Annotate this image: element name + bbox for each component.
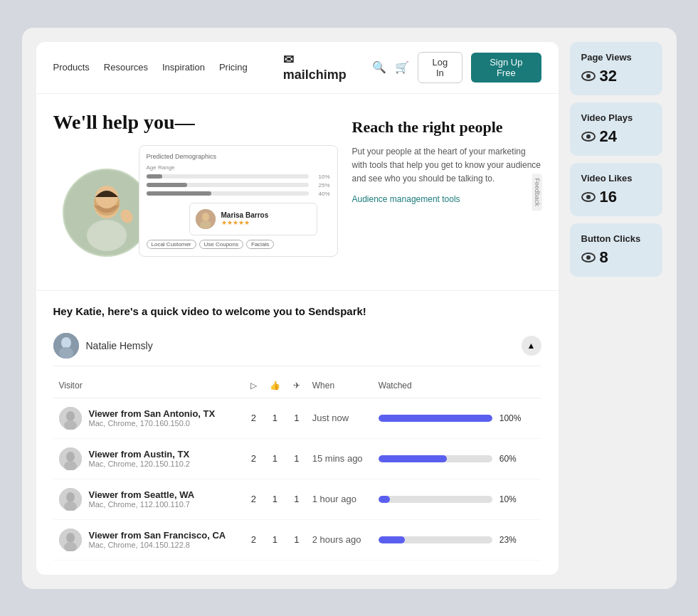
mockup-name: Marisa Barros — [221, 211, 269, 219]
visitor-name-2: Viewer from Seattle, WA — [89, 489, 195, 500]
nav-pricing[interactable]: Pricing — [219, 62, 248, 73]
stat-card-1: Video Plays 24 — [570, 102, 662, 156]
pct-text-1: 60% — [499, 454, 524, 464]
shares-cell-0: 1 — [287, 398, 307, 438]
tag-coupons: Use Coupons — [199, 240, 243, 249]
stat-card-2: Video Likes 16 — [570, 163, 662, 216]
progress-bg-0 — [379, 415, 492, 422]
nav-links: Products Resources Inspiration Pricing — [53, 62, 248, 73]
stat-card-3: Button Clicks 8 — [570, 223, 662, 277]
presenter-name: Natalie Hemsly — [86, 340, 153, 351]
visitor-cell-1: Viewer from Austin, TX Mac, Chrome, 120.… — [53, 438, 244, 479]
when-cell-2: 1 hour ago — [307, 479, 373, 519]
likes-cell-2: 1 — [263, 479, 287, 519]
mockup-profile: Marisa Barros ★★★★★ — [189, 203, 317, 235]
nav-resources[interactable]: Resources — [104, 62, 148, 73]
pct-text-3: 23% — [499, 535, 524, 545]
watched-cell-3: 23% — [373, 519, 541, 560]
hero-left: We'll help you— — [53, 111, 338, 273]
search-icon[interactable]: 🔍 — [372, 60, 386, 74]
bar-pct-1: 10% — [313, 174, 330, 180]
plays-cell-0: 2 — [244, 398, 263, 438]
visitor-cell-3: Viewer from San Francisco, CA Mac, Chrom… — [53, 519, 244, 560]
visitor-sub-1: Mac, Chrome, 120.150.110.2 — [89, 460, 190, 468]
when-cell-0: Just now — [307, 398, 373, 438]
navbar: Products Resources Inspiration Pricing ✉… — [36, 42, 559, 94]
progress-bg-3 — [379, 536, 492, 543]
nav-products[interactable]: Products — [53, 62, 90, 73]
visitor-avatar-3 — [59, 529, 82, 551]
svg-point-10 — [61, 337, 71, 349]
shares-cell-2: 1 — [287, 479, 307, 519]
table-row: Viewer from Austin, TX Mac, Chrome, 120.… — [53, 438, 541, 479]
visitor-avatar-2 — [59, 488, 82, 511]
table-row: Viewer from San Antonio, TX Mac, Chrome,… — [53, 398, 541, 438]
stat-number-0: 32 — [600, 67, 617, 85]
visitors-table: Visitor ▷ 👍 ✈ When Watched — [53, 373, 541, 561]
watched-cell-0: 100% — [373, 398, 541, 438]
likes-cell-3: 1 — [263, 519, 287, 560]
mockup-header: Predicted Demographics — [147, 153, 330, 160]
stat-number-1: 24 — [600, 127, 617, 146]
reach-desc: Put your people at the heart of your mar… — [352, 145, 541, 186]
stat-label-3: Button Clicks — [581, 233, 651, 244]
mockup-bar-1: 10% — [147, 174, 330, 180]
signup-button[interactable]: Sign Up Free — [471, 53, 541, 83]
cart-icon[interactable]: 🛒 — [395, 60, 409, 74]
stat-value-row-2: 16 — [581, 188, 651, 206]
plays-cell-2: 2 — [244, 479, 263, 519]
visitor-sub-0: Mac, Chrome, 170.160.150.0 — [89, 419, 216, 428]
stat-number-2: 16 — [600, 188, 617, 206]
nav-inspiration[interactable]: Inspiration — [162, 62, 205, 73]
hero-right-wrapper: Reach the right people Put your people a… — [352, 111, 541, 273]
hero-section: We'll help you— — [36, 94, 559, 291]
feedback-tab[interactable]: Feedback — [532, 174, 542, 211]
likes-cell-0: 1 — [263, 398, 287, 438]
svg-point-16 — [66, 452, 75, 462]
login-button[interactable]: Log In — [418, 52, 462, 83]
visitor-sub-2: Mac, Chrome, 112.100.110.7 — [89, 500, 195, 509]
svg-point-2 — [87, 220, 127, 251]
audience-link[interactable]: Audience management tools — [352, 194, 541, 204]
pct-text-0: 100% — [499, 413, 524, 423]
nav-logo: ✉ mailchimp — [283, 52, 358, 83]
collapse-button[interactable]: ▲ — [522, 336, 541, 356]
hero-left-inner: Predicted Demographics Age Range 10% 25% — [53, 145, 338, 273]
shares-cell-3: 1 — [287, 519, 307, 560]
mockup-stars: ★★★★★ — [221, 219, 269, 226]
stat-eye-icon-1 — [581, 132, 596, 142]
table-container: Visitor ▷ 👍 ✈ When Watched — [36, 373, 559, 575]
visitor-name-1: Viewer from Austin, TX — [89, 449, 190, 460]
col-watched: Watched — [373, 373, 541, 398]
visitor-avatar-0 — [59, 407, 82, 430]
mockup-bar-2: 25% — [147, 182, 330, 188]
svg-point-22 — [66, 533, 75, 543]
bar-pct-2: 25% — [313, 182, 330, 188]
progress-bg-2 — [379, 496, 492, 503]
table-header-row: Visitor ▷ 👍 ✈ When Watched — [53, 373, 541, 398]
col-plays: ▷ — [244, 373, 263, 398]
mockup-bar-3: 40% — [147, 191, 330, 197]
visitor-avatar-1 — [59, 447, 82, 470]
plays-cell-3: 2 — [244, 519, 263, 560]
stat-label-2: Video Likes — [581, 173, 651, 184]
outer-container: Products Resources Inspiration Pricing ✉… — [22, 28, 677, 589]
reach-title: Reach the right people — [352, 118, 541, 137]
presenter-info: Natalie Hemsly — [53, 333, 153, 359]
col-likes: 👍 — [263, 373, 287, 398]
video-section: Hey Katie, here's a quick video to welco… — [36, 291, 559, 373]
mockup-age-label: Age Range — [147, 164, 330, 171]
person-illustration — [64, 170, 149, 255]
svg-point-11 — [59, 347, 73, 359]
visitor-cell-0: Viewer from San Antonio, TX Mac, Chrome,… — [53, 398, 244, 438]
mockup-person-avatar — [196, 209, 216, 229]
watched-cell-1: 60% — [373, 438, 541, 479]
progress-bg-1 — [379, 455, 492, 462]
progress-fill-3 — [379, 536, 405, 543]
svg-point-8 — [200, 221, 211, 229]
tag-local: Local Customer — [147, 240, 196, 249]
table-row: Viewer from Seattle, WA Mac, Chrome, 112… — [53, 479, 541, 519]
tag-facials: Facials — [246, 240, 274, 249]
stat-eye-icon-3 — [581, 253, 596, 262]
svg-point-19 — [66, 492, 75, 502]
